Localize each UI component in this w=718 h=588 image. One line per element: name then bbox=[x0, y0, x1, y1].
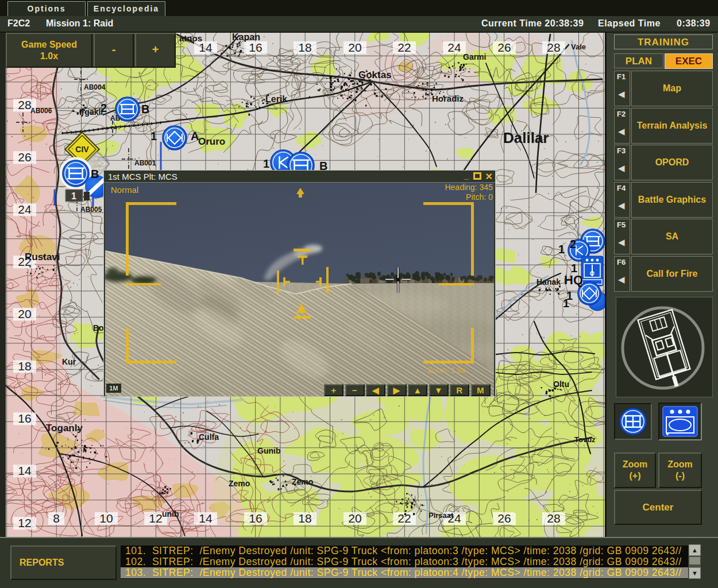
svg-text:10: 10 bbox=[99, 512, 113, 525]
svg-text:Toganly: Toganly bbox=[46, 423, 83, 434]
svg-text:Culfa: Culfa bbox=[199, 432, 219, 442]
svg-text:28: 28 bbox=[547, 41, 560, 54]
svg-text:24: 24 bbox=[447, 41, 461, 54]
svg-text:B: B bbox=[141, 103, 149, 115]
svg-text:Tovuz: Tovuz bbox=[574, 435, 596, 444]
svg-text:20: 20 bbox=[348, 512, 361, 525]
svg-text:atnos: atnos bbox=[179, 33, 202, 43]
svg-text:14: 14 bbox=[199, 512, 213, 525]
svg-text:Pitch: 0: Pitch: 0 bbox=[466, 192, 493, 202]
svg-text:28: 28 bbox=[18, 98, 31, 111]
svg-text:Goktas: Goktas bbox=[358, 69, 392, 80]
svg-text:26: 26 bbox=[18, 150, 31, 164]
svg-text:22: 22 bbox=[397, 41, 411, 54]
svg-text:Kur: Kur bbox=[62, 357, 76, 366]
svg-text:Oruro: Oruro bbox=[198, 136, 225, 147]
svg-text:Rustavi: Rustavi bbox=[25, 252, 60, 262]
svg-text:2: 2 bbox=[570, 238, 576, 250]
svg-text:26: 26 bbox=[497, 41, 511, 54]
svg-text:16: 16 bbox=[249, 41, 262, 54]
svg-text:20: 20 bbox=[348, 41, 361, 54]
svg-text:1: 1 bbox=[71, 191, 76, 201]
svg-text:1: 1 bbox=[563, 297, 569, 310]
svg-text:12: 12 bbox=[149, 512, 162, 525]
svg-text:Hanak: Hanak bbox=[536, 277, 561, 287]
svg-text:1: 1 bbox=[150, 130, 157, 142]
svg-text:14: 14 bbox=[18, 464, 32, 477]
svg-text:AB004: AB004 bbox=[84, 83, 106, 91]
svg-text:AB005: AB005 bbox=[80, 206, 102, 214]
svg-text:16: 16 bbox=[249, 512, 262, 525]
svg-text:A: A bbox=[191, 130, 199, 142]
svg-text:Lerik: Lerik bbox=[265, 94, 287, 104]
svg-text:Dalilar: Dalilar bbox=[503, 129, 549, 146]
svg-text:Horadiz: Horadiz bbox=[432, 94, 464, 103]
svg-text:Oltu: Oltu bbox=[553, 380, 569, 389]
svg-text:2: 2 bbox=[101, 102, 107, 114]
svg-text:8: 8 bbox=[53, 512, 60, 525]
svg-text:Irgakli: Irgakli bbox=[79, 107, 103, 117]
svg-text:28: 28 bbox=[547, 512, 560, 525]
svg-text:18: 18 bbox=[18, 359, 31, 373]
svg-text:Zemo: Zemo bbox=[292, 477, 313, 486]
svg-text:unib: unib bbox=[162, 509, 179, 519]
svg-text:24: 24 bbox=[18, 203, 32, 216]
svg-text:Normal: Normal bbox=[111, 185, 138, 195]
svg-text:B: B bbox=[91, 168, 99, 180]
svg-text:Zoom: 1.0x: Zoom: 1.0x bbox=[428, 366, 466, 374]
svg-text:HQ: HQ bbox=[564, 273, 583, 287]
svg-text:16: 16 bbox=[18, 412, 31, 425]
svg-text:12: 12 bbox=[18, 516, 31, 529]
svg-text:Kapan: Kapan bbox=[232, 33, 260, 42]
svg-text:Pirsaat: Pirsaat bbox=[429, 511, 454, 520]
svg-text:CIV: CIV bbox=[75, 145, 89, 154]
svg-text:Garmi: Garmi bbox=[463, 52, 486, 61]
svg-text:1: 1 bbox=[558, 243, 565, 256]
svg-text:18: 18 bbox=[298, 41, 311, 54]
svg-text:Heading: 345: Heading: 345 bbox=[445, 183, 493, 192]
svg-text:26: 26 bbox=[497, 512, 511, 525]
svg-text:AB001: AB001 bbox=[134, 159, 156, 167]
svg-text:Zemo: Zemo bbox=[229, 479, 250, 488]
svg-text:18: 18 bbox=[298, 512, 311, 525]
svg-text:Vale: Vale bbox=[571, 42, 586, 51]
svg-text:AB006: AB006 bbox=[30, 107, 52, 115]
svg-text:20: 20 bbox=[18, 307, 31, 320]
